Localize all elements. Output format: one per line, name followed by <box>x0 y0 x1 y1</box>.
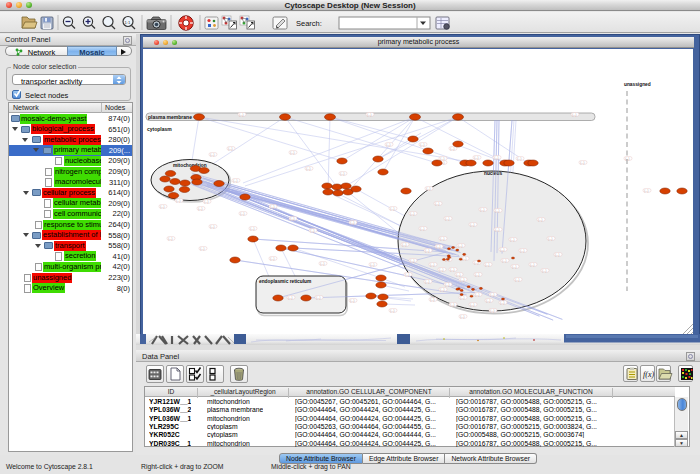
svg-text:(...): (...) <box>440 237 444 241</box>
svg-text:(...): (...) <box>350 221 354 225</box>
svg-text:(...): (...) <box>210 225 214 229</box>
svg-text:(...): (...) <box>350 299 354 303</box>
svg-text:(...): (...) <box>340 172 344 176</box>
svg-text:(...): (...) <box>520 249 524 253</box>
svg-text:(...): (...) <box>430 263 434 267</box>
svg-text:(...): (...) <box>502 259 506 263</box>
svg-text:(...): (...) <box>435 202 439 206</box>
svg-text:(...): (...) <box>458 244 462 248</box>
svg-text:(...): (...) <box>204 200 208 204</box>
svg-text:(...): (...) <box>233 179 237 183</box>
svg-text:(...): (...) <box>390 309 394 313</box>
svg-text:plasma membrane: plasma membrane <box>148 114 192 120</box>
svg-text:(...): (...) <box>168 237 172 241</box>
svg-text:(...): (...) <box>495 228 499 232</box>
svg-text:(...): (...) <box>475 293 479 297</box>
svg-text:(...): (...) <box>470 303 474 307</box>
svg-text:(...): (...) <box>572 113 576 117</box>
svg-text:(...): (...) <box>410 212 414 216</box>
svg-text:(...): (...) <box>542 269 546 273</box>
svg-text:(...): (...) <box>510 238 514 242</box>
svg-text:(...): (...) <box>512 265 516 269</box>
svg-text:(...): (...) <box>450 268 454 272</box>
svg-text:(...): (...) <box>240 212 244 216</box>
svg-text:(...): (...) <box>480 208 484 212</box>
svg-text:(...): (...) <box>250 227 254 231</box>
svg-text:Search:: Search: <box>296 19 322 28</box>
svg-text:cytoplasm: cytoplasm <box>147 126 172 132</box>
svg-text:(...): (...) <box>430 298 434 302</box>
svg-text:(...): (...) <box>367 113 371 117</box>
svg-text:(...): (...) <box>460 296 464 300</box>
svg-text:(...): (...) <box>500 248 504 252</box>
svg-text:(...): (...) <box>270 205 274 209</box>
svg-text:(...): (...) <box>450 303 454 307</box>
svg-text:(...): (...) <box>517 157 521 161</box>
svg-text:(...): (...) <box>420 227 424 231</box>
svg-text:(...): (...) <box>486 299 490 303</box>
svg-text:(...): (...) <box>426 187 430 191</box>
svg-text:(...): (...) <box>288 296 292 300</box>
svg-text:(...): (...) <box>538 218 542 222</box>
svg-text:(...): (...) <box>316 296 320 300</box>
svg-text:(...): (...) <box>439 268 443 272</box>
svg-text:(...): (...) <box>450 147 454 151</box>
svg-text:(...): (...) <box>470 223 474 227</box>
svg-text:(...): (...) <box>239 113 243 117</box>
svg-text:(...): (...) <box>445 217 449 221</box>
svg-text:(...): (...) <box>410 259 414 263</box>
svg-text:(...): (...) <box>290 217 294 221</box>
svg-text:(...): (...) <box>425 280 429 284</box>
svg-text:(...): (...) <box>462 257 466 261</box>
svg-text:(...): (...) <box>495 209 499 213</box>
svg-text:(...): (...) <box>270 257 274 261</box>
svg-text:(...): (...) <box>405 273 409 277</box>
svg-text:(...): (...) <box>390 207 394 211</box>
svg-text:(...): (...) <box>402 243 406 247</box>
svg-text:unassigned: unassigned <box>624 82 651 87</box>
svg-text:(...): (...) <box>474 156 478 160</box>
svg-text:1:1: 1:1 <box>125 20 131 25</box>
svg-text:(...): (...) <box>530 263 534 267</box>
svg-text:(...): (...) <box>210 153 214 157</box>
svg-text:(...): (...) <box>490 309 494 313</box>
svg-text:(...): (...) <box>228 147 232 151</box>
svg-text:(...): (...) <box>475 273 479 277</box>
svg-text:endoplasmic reticulum: endoplasmic reticulum <box>259 279 311 284</box>
svg-text:(...): (...) <box>445 283 449 287</box>
svg-text:(...): (...) <box>490 293 494 297</box>
svg-text:(...): (...) <box>200 247 204 251</box>
svg-text:(...): (...) <box>425 249 429 253</box>
svg-text:(...): (...) <box>460 278 464 282</box>
svg-text:(...): (...) <box>515 278 519 282</box>
svg-text:f(x): f(x) <box>643 370 654 379</box>
svg-text:(...): (...) <box>306 167 310 171</box>
svg-text:(...): (...) <box>580 161 584 165</box>
svg-text:(...): (...) <box>440 288 444 292</box>
svg-text:(...): (...) <box>160 205 164 209</box>
svg-text:(...): (...) <box>386 143 390 147</box>
svg-text:(...): (...) <box>370 263 374 267</box>
svg-text:(...): (...) <box>310 229 314 233</box>
svg-text:(...): (...) <box>460 315 464 319</box>
svg-text:(...): (...) <box>456 273 460 277</box>
svg-text:(...): (...) <box>436 245 440 249</box>
svg-text:(...): (...) <box>644 189 648 193</box>
svg-text:(...): (...) <box>176 199 180 203</box>
svg-text:(...): (...) <box>548 237 552 241</box>
svg-text:(...): (...) <box>198 207 202 211</box>
svg-text:mitochondrion: mitochondrion <box>173 163 207 168</box>
svg-text:(...): (...) <box>494 156 498 160</box>
svg-text:(...): (...) <box>555 253 559 257</box>
svg-text:(...): (...) <box>500 301 504 305</box>
svg-text:(...): (...) <box>420 143 424 147</box>
svg-text:(...): (...) <box>485 263 489 267</box>
svg-text:(...): (...) <box>320 262 324 266</box>
svg-text:(...): (...) <box>290 151 294 155</box>
